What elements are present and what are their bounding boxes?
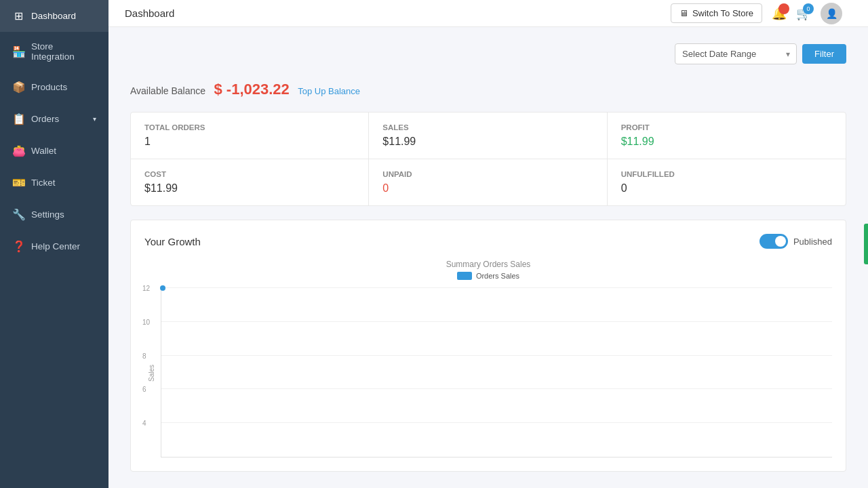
stat-label: TOTAL ORDERS [144, 123, 355, 131]
grid-line: 12 [161, 287, 832, 288]
balance-amount: $ -1,023.22 [214, 81, 290, 98]
growth-title: Your Growth [144, 236, 201, 247]
sidebar-item-label-ticket: Ticket [31, 178, 56, 188]
stat-value: 0 [621, 182, 832, 195]
sidebar-item-store-integration[interactable]: 🏪 Store Integration [0, 32, 108, 71]
grid-line: 8 [161, 355, 832, 356]
orders-icon: 📋 [12, 113, 24, 125]
y-axis-value: 8 [142, 352, 146, 359]
right-edge-indicator [864, 224, 868, 264]
dashboard-icon: ⊞ [12, 9, 24, 22]
grid-line: 6 [161, 388, 832, 389]
sidebar-item-ticket[interactable]: 🎫 Ticket [0, 167, 108, 199]
growth-card: Your Growth Published Summary Orders Sal… [130, 220, 846, 472]
sidebar-item-products[interactable]: 📦 Products [0, 71, 108, 103]
sidebar-item-label-products: Products [31, 82, 67, 92]
stat-label: PROFIT [621, 123, 832, 131]
avatar: 👤 [821, 3, 842, 24]
header: Dashboard 🖥 Switch To Store 🔔 🛒 0 👤 [108, 0, 868, 27]
stat-value: $11.99 [382, 136, 593, 148]
main-content: Dashboard 🖥 Switch To Store 🔔 🛒 0 👤 [108, 0, 868, 488]
chart-title: Summary Orders Sales [144, 260, 832, 269]
chart-legend: Orders Sales [144, 272, 832, 280]
sidebar-item-help-center[interactable]: ❓ Help Center [0, 230, 108, 262]
switch-store-button[interactable]: 🖥 Switch To Store [671, 3, 762, 23]
stat-value: $11.99 [621, 136, 832, 148]
growth-header: Your Growth Published [144, 234, 832, 249]
chart-wrapper: Sales 1210864 [144, 288, 832, 458]
products-icon: 📦 [12, 81, 24, 94]
chart-area: Summary Orders Sales Orders Sales Sales … [144, 260, 832, 458]
sidebar-item-label-orders: Orders [31, 114, 59, 124]
stat-label: SALES [382, 123, 593, 131]
page-title: Dashboard [125, 7, 174, 19]
switch-store-icon: 🖥 [679, 8, 688, 18]
grid-line: 4 [161, 422, 832, 423]
sidebar-item-label-store-integration: Store Integration [31, 41, 96, 62]
chevron-icon: ▾ [93, 115, 96, 123]
toggle-label: Published [793, 237, 832, 247]
balance-section: Available Balance $ -1,023.22 Top Up Bal… [130, 81, 846, 98]
sidebar-item-label-wallet: Wallet [31, 146, 56, 156]
sidebar-item-settings[interactable]: 🔧 Settings [0, 199, 108, 230]
stat-card-profit: PROFIT $11.99 [608, 113, 846, 159]
y-axis-value: 10 [142, 318, 150, 325]
toggle-container: Published [760, 234, 832, 249]
stat-value: $11.99 [144, 182, 355, 195]
stat-label: UNPAID [382, 170, 593, 178]
notification-badge [778, 3, 789, 14]
legend-color-box [457, 272, 472, 280]
wallet-icon: 👛 [12, 144, 24, 157]
sidebar-item-orders[interactable]: 📋 Orders ▾ [0, 103, 108, 135]
stat-card-unfulfilled: UNFULFILLED 0 [608, 159, 846, 205]
date-range-select[interactable]: Select Date Range Today Last 7 Days Last… [675, 43, 797, 64]
stat-value: 0 [382, 182, 593, 195]
header-right: 🖥 Switch To Store 🔔 🛒 0 👤 [671, 3, 852, 24]
sidebar-item-label-settings: Settings [31, 209, 64, 220]
balance-label: Available Balance [130, 85, 205, 96]
stat-card-unpaid: UNPAID 0 [369, 159, 607, 205]
filter-button[interactable]: Filter [802, 44, 846, 64]
sidebar: ⊞ Dashboard 🏪 Store Integration 📦 Produc… [0, 0, 108, 488]
cart-badge: 0 [803, 3, 814, 14]
chart-grid: 1210864 [161, 288, 832, 458]
stat-card-cost: COST $11.99 [131, 159, 369, 205]
content-area: Select Date Range Today Last 7 Days Last… [108, 27, 868, 488]
stat-value: 1 [144, 136, 355, 148]
notification-button[interactable]: 🔔 [772, 6, 787, 21]
stat-label: UNFULFILLED [621, 170, 832, 178]
cart-button[interactable]: 🛒 0 [796, 6, 811, 21]
settings-icon: 🔧 [12, 208, 24, 221]
chart-inner: 1210864 [161, 288, 832, 458]
grid-line: 10 [161, 321, 832, 322]
sidebar-item-wallet[interactable]: 👛 Wallet [0, 135, 108, 167]
stat-card-total-orders: TOTAL ORDERS 1 [131, 113, 369, 159]
switch-store-label: Switch To Store [692, 8, 753, 18]
ticket-icon: 🎫 [12, 176, 24, 189]
y-axis-value: 12 [142, 285, 150, 292]
store-integration-icon: 🏪 [12, 45, 24, 58]
sidebar-item-label-help-center: Help Center [31, 241, 80, 251]
chart-data-dot [160, 285, 165, 291]
top-up-link[interactable]: Top Up Balance [298, 86, 360, 96]
published-toggle[interactable] [760, 234, 788, 249]
legend-label: Orders Sales [476, 272, 519, 280]
filter-bar: Select Date Range Today Last 7 Days Last… [130, 43, 846, 64]
y-axis-value: 6 [142, 386, 146, 393]
sidebar-item-dashboard[interactable]: ⊞ Dashboard [0, 0, 108, 32]
help-center-icon: ❓ [12, 240, 24, 253]
stats-grid: TOTAL ORDERS 1 SALES $11.99 PROFIT $11.9… [130, 112, 846, 206]
sidebar-item-label-dashboard: Dashboard [31, 11, 76, 21]
stat-label: COST [144, 170, 355, 178]
y-axis-label: Sales [144, 288, 158, 458]
stat-card-sales: SALES $11.99 [369, 113, 607, 159]
date-range-wrapper: Select Date Range Today Last 7 Days Last… [675, 43, 797, 64]
y-axis-value: 4 [142, 420, 146, 427]
